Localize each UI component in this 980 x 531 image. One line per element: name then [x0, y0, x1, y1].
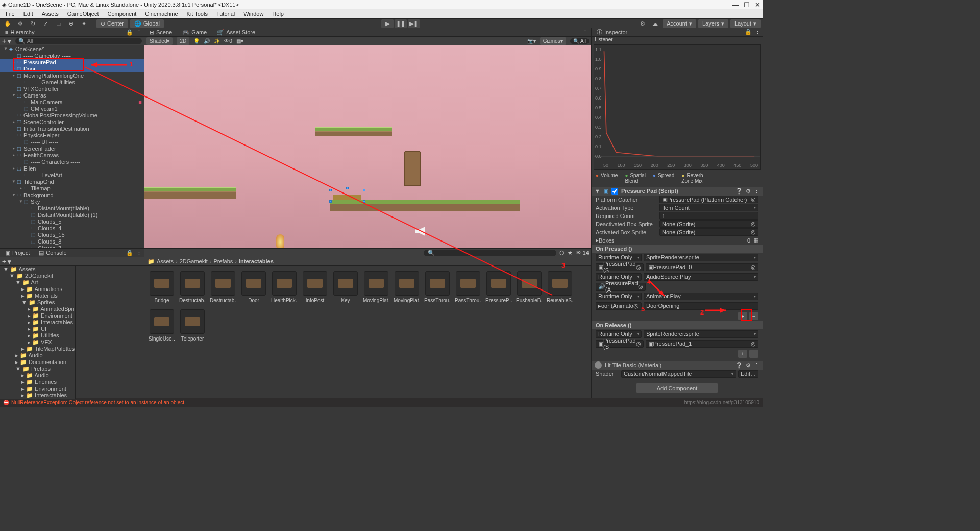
custom-tool-icon[interactable]: ✦ — [79, 19, 89, 28]
project-asset-item[interactable]: ReusableS… — [548, 271, 572, 303]
hierarchy-lock-icon[interactable]: 🔒 — [126, 29, 133, 36]
required-count-field[interactable]: 1 — [659, 212, 758, 220]
grid-icon[interactable]: ▦▾ — [236, 38, 243, 44]
hierarchy-item[interactable]: ⬚DistantMount(tilable) — [0, 205, 144, 211]
project-folder[interactable]: ▸ 📁 Interactables — [0, 392, 75, 399]
event-onpressed-3[interactable]: Runtime Only Animator.Play — [592, 292, 763, 301]
hierarchy-item[interactable]: ⬚Clouds_7 — [0, 245, 144, 248]
panel-menu-icon[interactable]: ⋮ — [579, 29, 591, 36]
menu-assets[interactable]: Assets — [38, 10, 62, 17]
hierarchy-item[interactable]: ⬚----- Characters ----- — [0, 158, 144, 165]
help-icon[interactable]: ❔ — [736, 362, 743, 369]
project-folder[interactable]: ▼ 📁 Assets — [0, 266, 75, 273]
project-folder[interactable]: ▸ 📁 TileMapPalettes — [0, 346, 75, 352]
rect-tool-icon[interactable]: ▭ — [53, 19, 64, 28]
layout-dropdown[interactable]: Layout ▾ — [730, 19, 761, 28]
project-folder[interactable]: ▸ 📁 Environment — [0, 312, 75, 319]
project-asset-item[interactable]: Key — [333, 271, 358, 303]
project-asset-item[interactable]: InfoPost — [303, 271, 327, 303]
move-tool-icon[interactable]: ✥ — [15, 19, 26, 28]
hierarchy-item[interactable]: ▼⬚TilemapGrid — [0, 178, 144, 185]
step-button[interactable]: ▶❚ — [408, 19, 420, 28]
scene-root[interactable]: ▼ ◈ OneScene* — [0, 45, 144, 52]
project-asset-item[interactable]: MovingPlat… — [395, 271, 419, 303]
door-opening-field[interactable]: DoorOpening — [644, 302, 758, 310]
project-folder[interactable]: ▸ 📁 Interactables — [0, 319, 75, 326]
panel-menu-icon[interactable]: ⋮ — [136, 29, 142, 36]
project-folder[interactable]: ▸ 📁 Enemies — [0, 379, 75, 385]
project-search[interactable]: 🔍 — [424, 250, 556, 256]
menu-cinemachine[interactable]: Cinemachine — [141, 10, 181, 17]
tab-game[interactable]: 🎮 Game — [177, 29, 212, 36]
pressure-pad-component[interactable]: ▼ ▣ Pressure Pad (Script) ❔ ⚙ ⋮ — [592, 187, 763, 196]
menu-kittools[interactable]: Kit Tools — [183, 10, 211, 17]
project-grid[interactable]: BridgeDestructab…Destructab…DoorHealthPi… — [144, 266, 591, 398]
hierarchy-item[interactable]: ▸⬚Ellen — [0, 165, 144, 172]
hierarchy-search[interactable]: 🔍 All — [15, 38, 142, 44]
panel-lock-icon[interactable]: 🔒 — [126, 250, 133, 256]
project-asset-item[interactable]: MovingPlat… — [364, 271, 388, 303]
panel-menu-icon[interactable]: ⋮ — [755, 29, 761, 35]
deactivated-sprite-field[interactable]: None (Sprite)◎ — [659, 220, 758, 228]
menu-help[interactable]: Help — [268, 10, 287, 17]
pivot-toggle[interactable]: ⊙ Center — [96, 19, 128, 28]
hand-tool-icon[interactable]: ✋ — [2, 19, 13, 28]
project-folder[interactable]: ▸ 📁 Animations — [0, 286, 75, 293]
hierarchy-item[interactable]: ⬚Clouds_4 — [0, 225, 144, 231]
scene-view[interactable] — [144, 45, 591, 248]
hierarchy-item[interactable]: ▸⬚PressurePad — [0, 59, 144, 65]
hierarchy-item[interactable]: ⬚VFXController — [0, 85, 144, 92]
scene-search[interactable]: 🔍 All — [570, 38, 589, 44]
project-create-dropdown[interactable]: + ▾ — [2, 258, 11, 266]
console-tab[interactable]: ▤ Console — [36, 250, 69, 256]
function-dropdown[interactable]: SpriteRenderer.sprite — [644, 254, 758, 261]
close-button[interactable]: ✕ — [755, 1, 761, 9]
hierarchy-item[interactable]: ⬚Clouds_15 — [0, 231, 144, 238]
collab-icon[interactable]: ⚙ — [637, 19, 648, 28]
hierarchy-item[interactable]: ⬚DistantMount(tilable) (1) — [0, 211, 144, 218]
project-asset-item[interactable]: Teleporter — [180, 309, 205, 342]
hierarchy-item[interactable]: ▸⬚Door — [0, 65, 144, 72]
event-arg-field[interactable]: ▣ PressurePad_0◎ — [646, 263, 758, 271]
maximize-button[interactable]: ☐ — [744, 1, 750, 9]
hierarchy-item[interactable]: ⬚----- GameUtilities ----- — [0, 79, 144, 85]
preset-icon[interactable]: ⚙ — [746, 188, 751, 195]
menu-icon[interactable]: ⋮ — [754, 362, 760, 369]
project-folder-tree[interactable]: ▼ 📁 Assets▼ 📁 2DGamekit▼ 📁 Art▸ 📁 Animat… — [0, 266, 76, 399]
hierarchy-item[interactable]: ⬚----- Gameplay ----- — [0, 52, 144, 59]
event-remove-button[interactable]: − — [749, 312, 758, 320]
mode-2d-toggle[interactable]: 2D — [177, 37, 189, 45]
hierarchy-item[interactable]: ▸⬚MovingPlatformlongOne — [0, 72, 144, 79]
hierarchy-item[interactable]: ⬚PhysicsHelper — [0, 132, 144, 138]
tab-assetstore[interactable]: 🛒 Asset Store — [212, 29, 260, 36]
project-folder[interactable]: ▼ 📁 Art — [0, 279, 75, 286]
hierarchy-tree[interactable]: ▼ ◈ OneScene* ⬚----- Gameplay -----▸⬚Pre… — [0, 45, 144, 248]
menu-file[interactable]: File — [2, 10, 18, 17]
activated-sprite-field[interactable]: None (Sprite)◎ — [659, 228, 758, 236]
menu-gameobject[interactable]: GameObject — [64, 10, 103, 17]
hierarchy-item[interactable]: ⬚InitialTransitionDestination — [0, 125, 144, 132]
platform-catcher-field[interactable]: ▣ PressurePad (Platform Catcher)◎ — [659, 196, 758, 203]
hierarchy-item[interactable]: ▸⬚ScreenFader — [0, 145, 144, 152]
project-asset-item[interactable]: Bridge — [150, 271, 174, 303]
gizmos-dropdown[interactable]: Gizmos ▾ — [540, 37, 566, 45]
event-remove-button[interactable]: − — [749, 350, 758, 358]
hierarchy-item[interactable]: ⬚----- UI ----- — [0, 138, 144, 145]
hierarchy-item[interactable]: ▸⬚HealthCanvas — [0, 152, 144, 158]
project-asset-item[interactable]: PressureP… — [486, 271, 511, 303]
menu-tutorial[interactable]: Tutorial — [213, 10, 238, 17]
project-folder[interactable]: ▼ 📁 Sprites — [0, 299, 75, 306]
filter-icon[interactable]: ⬡ — [559, 250, 565, 256]
project-asset-item[interactable]: PassThrou… — [456, 271, 480, 303]
event-add-button[interactable]: + — [738, 350, 747, 358]
project-folder[interactable]: ▸ 📁 VFX — [0, 339, 75, 346]
project-asset-item[interactable]: Door — [241, 271, 266, 303]
help-icon[interactable]: ❔ — [736, 188, 743, 195]
hierarchy-item[interactable]: ▸⬚Tilemap — [0, 185, 144, 191]
hierarchy-item[interactable]: ⬚Clouds_5 — [0, 218, 144, 225]
hierarchy-item[interactable]: ▼⬚Background — [0, 191, 144, 198]
play-button[interactable]: ▶ — [381, 19, 394, 28]
camera-icon[interactable]: 📷▾ — [527, 38, 536, 44]
scale-tool-icon[interactable]: ⤢ — [40, 19, 51, 28]
hierarchy-item[interactable]: ⬚----- LevelArt ----- — [0, 172, 144, 178]
